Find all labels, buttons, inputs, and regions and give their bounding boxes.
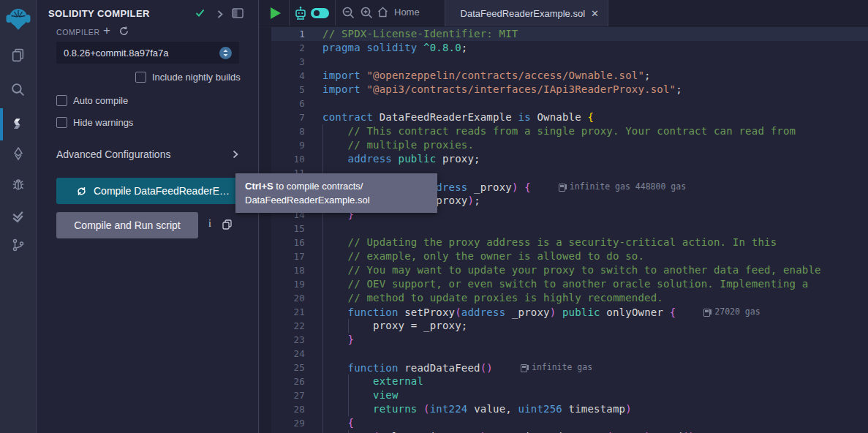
code-line-9[interactable]: 9 // multiple proxies. [260,138,868,152]
editor-glyph-margin [260,27,271,433]
indent-guide [348,430,349,433]
gas-estimate-annotation: infinite gas 448800 gas [559,180,686,194]
hide-warnings-checkbox-row[interactable]: Hide warnings [56,117,133,128]
code-text: external [311,374,423,388]
code-line-16[interactable]: 16 // Updating the proxy address is a se… [260,236,868,249]
code-editor[interactable]: 1// SPDX-License-Identifier: MIT2pragma … [260,27,868,433]
code-line-22[interactable]: 22 proxy = _proxy; [260,319,868,333]
auto-compile-checkbox-row[interactable]: Auto compile [56,95,128,106]
remix-logo[interactable] [0,3,36,35]
code-line-29[interactable]: 29 { [260,416,868,430]
code-line-26[interactable]: 26 external [260,374,868,388]
tooltip-line1: Ctrl+S to compile contracts/ [245,179,428,193]
copy-icon[interactable] [222,219,232,233]
code-text: } [311,333,354,347]
icon-bar [0,0,37,433]
compile-button-label: Compile DataFeedReaderE… [94,185,230,197]
ethereum-deploy-icon [11,146,26,161]
code-line-8[interactable]: 8 // This contract reads from a single p… [260,124,868,138]
code-text: // multiple proxies. [311,138,474,152]
file-explorer-icon [10,48,26,63]
code-text: // example, only the owner is allowed to… [311,249,644,263]
code-text: // Updating the proxy address is a secur… [311,236,777,249]
sidebar-item-git[interactable] [0,230,36,260]
code-line-10[interactable]: 10 address public proxy; [260,152,868,166]
panel-chevron-right-icon[interactable] [216,9,224,22]
code-line-24[interactable]: 24 [260,347,868,361]
code-line-28[interactable]: 28 returns (int224 value, uint256 timest… [260,402,868,416]
ai-copilot-robot-icon[interactable] [293,5,308,24]
code-line-6[interactable]: 6 [260,97,868,110]
sidebar-item-solidity-compiler[interactable] [0,110,36,139]
indent-guide [322,124,323,433]
gas-pump-icon [703,309,710,317]
nightly-builds-checkbox-row[interactable]: Include nightly builds [135,72,241,83]
add-compiler-icon[interactable]: + [103,24,110,37]
code-text: { [311,416,354,430]
sidebar-item-unit-testing[interactable] [0,201,36,230]
sidebar-item-debugger[interactable] [0,170,36,199]
git-branch-icon [11,238,26,252]
code-line-4[interactable]: 4import "@openzeppelin/contracts/access/… [260,69,868,83]
code-line-23[interactable]: 23 } [260,333,868,347]
compile-and-run-button[interactable]: Compile and Run script [56,212,198,238]
tooltip-shortcut: Ctrl+S [245,181,273,192]
code-line-25[interactable]: 25 function readDataFeed()infinite gas [260,361,868,374]
gas-pump-icon [559,184,565,192]
code-line-19[interactable]: 19 // OEV support, or even switch to ano… [260,277,868,291]
zoom-in-icon[interactable] [360,6,374,23]
code-text: pragma solidity ^0.8.0; [311,41,467,55]
sidebar-item-search[interactable] [0,75,36,104]
code-text [311,55,322,69]
tab-close-icon[interactable]: ✕ [591,8,599,19]
toolbar-divider [289,0,290,26]
sidebar-item-file-explorer[interactable] [0,40,36,69]
hide-warnings-checkbox[interactable] [56,117,67,128]
advanced-configurations-toggle[interactable]: Advanced Configurations [56,148,239,160]
nightly-builds-checkbox[interactable] [135,72,146,83]
code-text: // method to update proxies is highly re… [311,291,663,305]
code-line-30[interactable]: 30 (value, timestamp) = IApi3ReaderProxy… [260,430,868,433]
info-icon[interactable]: i [208,218,211,230]
code-text [311,97,322,110]
compiler-version-select[interactable]: 0.8.26+commit.8a97fa7a [56,42,239,64]
code-text: returns (int224 value, uint256 timestamp… [311,402,632,416]
pin-panel-icon[interactable] [232,8,244,21]
reload-compiler-icon[interactable] [118,26,129,39]
code-text: proxy = _proxy; [311,319,467,333]
tooltip-line2: DataFeedReaderExample.sol [245,193,428,207]
auto-compile-label: Auto compile [73,95,128,106]
code-line-18[interactable]: 18 // You may want to update your proxy … [260,263,868,277]
home-tab-label: Home [394,7,420,18]
solidity-compiler-panel: SOLIDITY COMPILER COMPILER + 0.8.26+comm… [37,0,259,433]
code-line-15[interactable]: 15 [260,222,868,236]
gas-estimate-annotation: infinite gas [521,361,592,374]
tab-datafeedreaderexample[interactable]: DataFeedReaderExample.sol ✕ [445,0,608,26]
auto-compile-checkbox[interactable] [56,95,67,106]
home-icon [377,6,389,18]
code-line-7[interactable]: 7contract DataFeedReaderExample is Ownab… [260,110,868,124]
code-line-5[interactable]: 5import "@api3/contracts/interfaces/IApi… [260,83,868,97]
refresh-icon [76,186,87,197]
code-text: import "@openzeppelin/contracts/access/O… [311,69,651,83]
sidebar-item-deploy-and-run[interactable] [0,139,36,168]
run-script-play-icon[interactable] [271,7,281,19]
ai-copilot-toggle[interactable] [311,8,329,18]
compile-success-check-icon [195,7,205,21]
hide-warnings-label: Hide warnings [73,117,133,128]
code-line-20[interactable]: 20 // method to update proxies is highly… [260,291,868,305]
code-line-17[interactable]: 17 // example, only the owner is allowed… [260,249,868,263]
zoom-out-icon[interactable] [341,6,355,23]
panel-title: SOLIDITY COMPILER [48,8,150,19]
solidity-compiler-icon [11,117,26,132]
home-tab[interactable]: Home [377,6,420,18]
compile-button[interactable]: Compile DataFeedReaderE… [56,178,249,204]
code-line-2[interactable]: 2pragma solidity ^0.8.0; [260,41,868,55]
editor-tab-bar: Home DataFeedReaderExample.sol ✕ [260,0,868,26]
version-select-caret-icon [219,47,232,59]
code-text: // You may want to update your proxy to … [311,263,821,277]
code-line-1[interactable]: 1// SPDX-License-Identifier: MIT [260,27,868,41]
code-line-21[interactable]: 21 function setProxy(address _proxy) pub… [260,305,868,319]
code-line-3[interactable]: 3 [260,55,868,69]
code-line-27[interactable]: 27 view [260,388,868,402]
